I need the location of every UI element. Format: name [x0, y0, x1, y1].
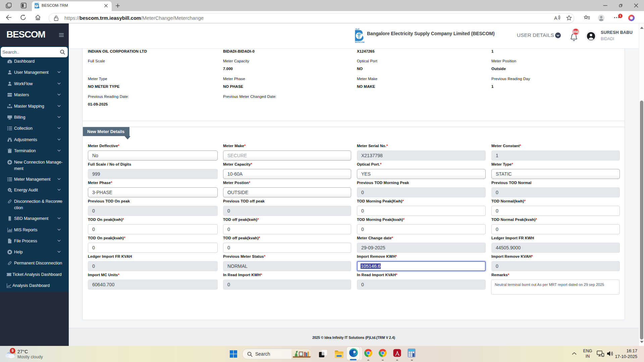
- svg-text:BESCOM: BESCOM: [355, 41, 365, 43]
- svg-text:A: A: [554, 15, 557, 21]
- svg-text:ಚಾವಿಕం: ಚಾವಿಕం: [355, 28, 360, 30]
